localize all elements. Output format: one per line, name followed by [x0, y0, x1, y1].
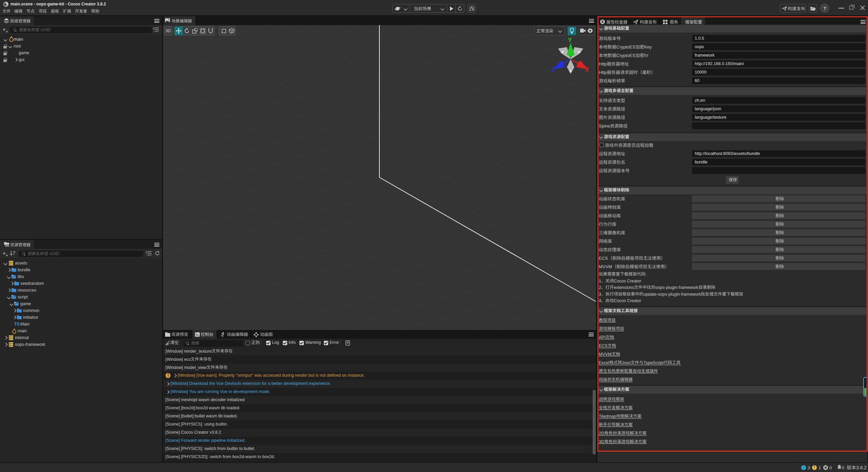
svg-text:Y: Y	[568, 37, 572, 43]
svg-text:Z: Z	[552, 66, 555, 73]
svg-text:X: X	[585, 66, 589, 73]
